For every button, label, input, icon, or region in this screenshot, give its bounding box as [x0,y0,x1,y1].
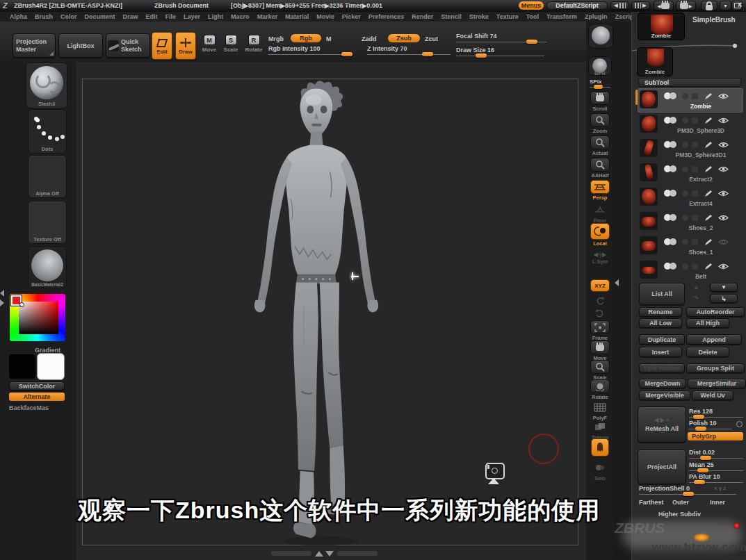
split-hidden-button[interactable]: Split Hidden [639,363,685,373]
uv-toggle-icon[interactable] [682,117,688,124]
subtool-thumbnail[interactable] [640,90,658,108]
slider-knob[interactable] [697,468,708,472]
subtool-header[interactable]: SubTool [638,78,741,87]
focal-shift-slider[interactable]: Focal Shift 74 [456,33,546,42]
disp-toggle-icon[interactable] [692,93,698,99]
menu-material[interactable]: Material [285,13,309,20]
menu-color[interactable]: Color [60,13,77,20]
current-material-button[interactable]: BasicMaterial2 [28,247,67,288]
hscroll-bar-left[interactable] [271,551,311,556]
subtool-thumbnail[interactable] [640,188,658,206]
current-texture-button[interactable]: Texture Off [28,201,67,244]
menu-stencil[interactable]: Stencil [441,13,462,20]
divider-collapse-icon[interactable] [0,290,4,297]
lsym-button[interactable]: ◀┼▶ L.Sym [588,252,612,265]
menu-document[interactable]: Document [85,13,115,20]
secondary-color-swatch[interactable] [9,354,35,379]
local-button[interactable]: Local [588,223,612,247]
disp-toggle-icon[interactable] [692,239,698,245]
disp-toggle-icon[interactable] [692,142,698,148]
slider-track[interactable] [367,54,451,55]
slider-knob[interactable] [422,52,433,56]
slider-knob[interactable] [341,52,352,56]
divider-expand-icon[interactable] [0,299,4,306]
slider-track[interactable] [689,470,743,471]
polypaint-toggle-icon[interactable] [664,238,678,245]
slider-knob[interactable] [526,40,537,44]
polypaint-toggle-icon[interactable] [664,141,678,148]
visibility-eye-icon[interactable] [718,92,729,100]
menu-render[interactable]: Render [412,13,433,20]
slider-track[interactable] [456,56,544,56]
slider-track[interactable] [590,87,610,88]
rotate-cw-icon[interactable] [588,308,612,320]
disp-toggle-icon[interactable] [692,263,698,270]
move-up-icon[interactable]: ▲ [693,283,699,290]
default-zscript-button[interactable]: DefaultZScript [546,1,608,10]
disp-toggle-icon[interactable] [692,166,698,172]
merge-down-button[interactable]: MergeDown [639,379,686,388]
backface-mask-label[interactable]: BackfaceMas [9,404,49,411]
visibility-eye-icon[interactable] [718,214,729,222]
slider-knob[interactable] [476,53,487,58]
zsub-button[interactable]: Zsub [388,34,420,42]
undo-reorder-icon[interactable]: ↷ [693,295,699,302]
slider-track[interactable] [456,42,546,42]
draw-size-slider[interactable]: Draw Size 16 [456,47,544,56]
primary-color-swatch[interactable] [37,353,65,380]
polypaint-toggle-icon[interactable] [664,165,678,172]
subtool-row[interactable]: Shoes_1 [638,234,743,258]
lightbox-button[interactable]: LightBox [58,33,103,58]
m-button[interactable]: M [326,35,332,42]
hscroll-bar-right[interactable] [337,551,378,556]
rotate-ccw-icon[interactable] [588,295,612,308]
disp-toggle-icon[interactable] [692,190,698,197]
visibility-eye-icon[interactable] [718,165,729,173]
uv-toggle-icon[interactable] [682,166,688,172]
solo-button[interactable]: Solo [588,461,612,481]
slider-track[interactable] [268,54,348,55]
brush-icon[interactable] [704,238,713,246]
slider-knob[interactable] [700,456,711,460]
menu-file[interactable]: File [165,13,177,20]
menu-layer[interactable]: Layer [184,13,200,20]
groups-split-button[interactable]: Groups Split [686,363,745,373]
menu-macro[interactable]: Macro [231,13,250,20]
zombie-model[interactable] [212,78,421,549]
menu-tool[interactable]: Tool [526,13,539,20]
subtool-thumbnail[interactable] [640,163,658,181]
scroll-up-icon[interactable] [315,551,323,557]
uv-toggle-icon[interactable] [682,93,688,99]
projection-master-button[interactable]: Projection Master [13,33,56,58]
store-doc-icon[interactable] [485,463,505,479]
insert-button[interactable]: Insert [639,347,682,357]
xyz-button[interactable]: XYZ [588,279,612,292]
subtool-row[interactable]: Extract4 [638,186,743,210]
tray-right-button[interactable]: ▶ [631,1,650,10]
close-button[interactable]: × [735,0,745,10]
menus-button[interactable]: Menus [519,1,544,10]
auto-reorder-button[interactable]: AutoReorder [686,307,745,317]
move-down-button[interactable]: ▼ [710,283,738,292]
polyf-button[interactable]: PolyF [588,400,612,421]
z-intensity-slider[interactable]: Z Intensity 70 [367,45,451,55]
shelf-rotate-button[interactable]: Rotate [588,379,612,400]
menu-marker[interactable]: Marker [257,13,278,20]
duplicate-button[interactable]: Duplicate [639,334,685,345]
remesh-all-button[interactable]: ◀ ▶ × ReMesh All [638,406,686,443]
document-canvas[interactable] [76,62,586,560]
current-stroke-button[interactable]: Dots [28,109,67,154]
persp-button[interactable]: Persp [588,180,612,201]
zcut-button[interactable]: Zcut [425,35,438,42]
brush-icon[interactable] [704,141,713,149]
slider-knob[interactable] [693,415,704,419]
mrgb-button[interactable]: Mrgb [268,35,284,42]
slider-knob[interactable] [694,480,705,484]
subtool-thumbnail[interactable] [640,115,658,133]
slider-track[interactable] [689,458,743,459]
menu-transform[interactable]: Transform [546,13,577,20]
polypaint-toggle-icon[interactable] [664,190,678,197]
polish-slider[interactable]: Polish 10 [689,420,732,429]
shelf-move-button[interactable]: Move [588,340,612,361]
scale-button[interactable]: S Scale [220,35,241,53]
